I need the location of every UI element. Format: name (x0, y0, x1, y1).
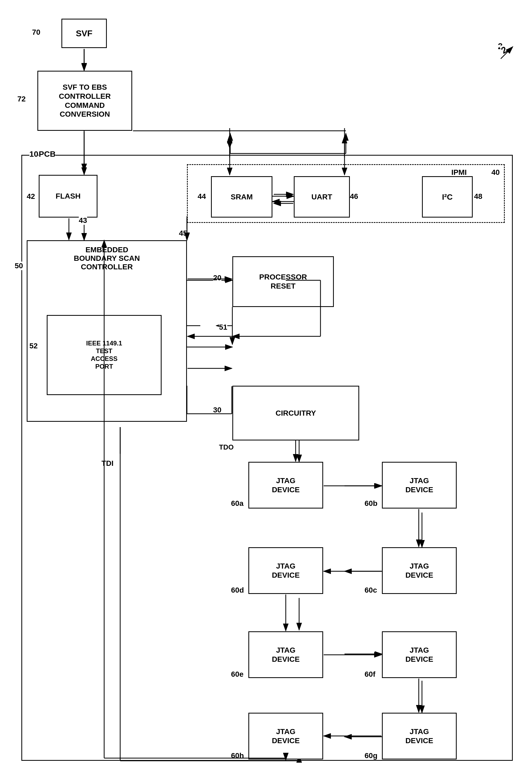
ref-72: 72 (17, 95, 26, 103)
ref-48: 48 (474, 192, 482, 201)
pcb-label: 10 (29, 150, 38, 159)
ref-52: 52 (29, 342, 38, 350)
uart-box: UART (294, 176, 350, 218)
tdo-label: TDO (219, 443, 234, 451)
ref-60f: 60f (365, 670, 375, 678)
jtag-60g-box: JTAG DEVICE (382, 713, 457, 759)
ref-60d: 60d (231, 586, 244, 594)
ref-60e: 60e (231, 670, 243, 678)
ieee-tap-box: IEEE 1149.1 TEST ACCESS PORT (47, 315, 162, 395)
ref-30: 30 (213, 406, 221, 414)
svf-box: SVF (61, 19, 107, 48)
diagram: 2 SVF 70 SVF TO EBS CONTROLLER COMMAND C… (0, 0, 532, 776)
i2c-box: I²C (422, 176, 473, 218)
ref-60a: 60a (231, 499, 243, 508)
ref-44: 44 (198, 192, 206, 201)
jtag-60c-box: JTAG DEVICE (382, 547, 457, 594)
pcb-text: PCB (39, 150, 55, 159)
ref-45: 45 (179, 229, 187, 238)
flash-box: FLASH (39, 175, 98, 218)
ref-70: 70 (32, 28, 40, 37)
ref-51: 51 (219, 323, 227, 332)
processor-reset-box: PROCESSOR RESET (232, 256, 334, 307)
ref-60h: 60h (231, 751, 244, 760)
jtag-60e-box: JTAG DEVICE (248, 631, 323, 678)
jtag-60d-box: JTAG DEVICE (248, 547, 323, 594)
ipmi-label: IPMI (451, 168, 467, 177)
ref-50: 50 (15, 261, 23, 270)
ref-60b: 60b (365, 499, 377, 508)
embedded-bsc-label: EMBEDDED BOUNDARY SCAN CONTROLLER (32, 245, 182, 271)
ref-60c: 60c (365, 586, 377, 594)
ref-42: 42 (27, 192, 35, 201)
ref-60g: 60g (365, 751, 377, 760)
ref-46: 46 (350, 192, 358, 201)
tdi-label: TDI (102, 459, 114, 468)
ref-40: 40 (491, 168, 500, 177)
sram-box: SRAM (211, 176, 273, 218)
jtag-60h-box: JTAG DEVICE (248, 713, 323, 759)
jtag-60f-box: JTAG DEVICE (382, 631, 457, 678)
jtag-60a-box: JTAG DEVICE (248, 462, 323, 509)
jtag-60b-box: JTAG DEVICE (382, 462, 457, 509)
circuitry-box: CIRCUITRY (232, 386, 359, 440)
ref-43: 43 (79, 216, 87, 225)
svf-to-ebs-box: SVF TO EBS CONTROLLER COMMAND CONVERSION (37, 71, 132, 131)
ref-20: 20 (213, 273, 221, 282)
